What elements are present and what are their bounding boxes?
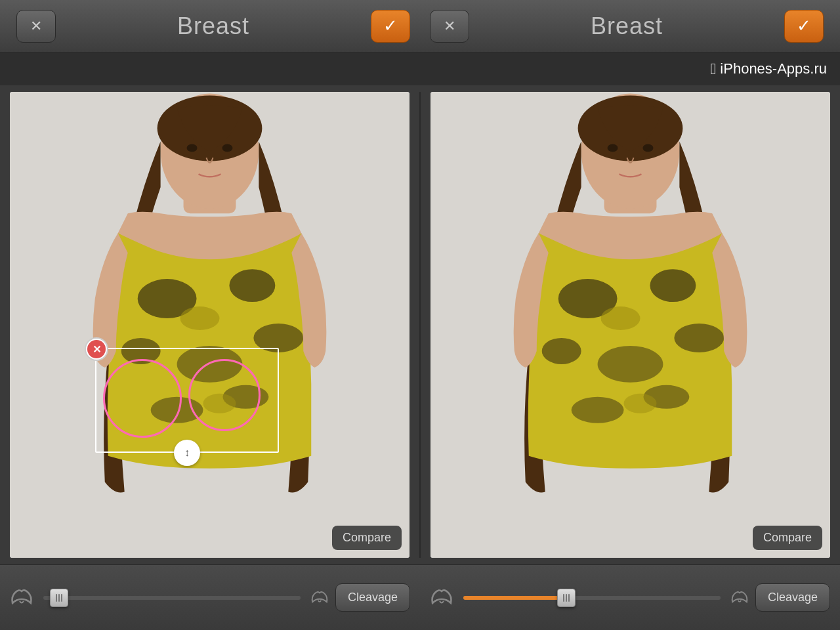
- main-content: ✕ ↕ Compare: [0, 85, 840, 564]
- confirm-button-left[interactable]: ✓: [371, 10, 410, 43]
- svg-point-20: [642, 144, 653, 152]
- slider-left[interactable]: [43, 596, 301, 600]
- photo-bg-left: ✕ ↕: [10, 92, 410, 558]
- svg-point-24: [674, 324, 724, 352]
- svg-point-22: [650, 269, 696, 302]
- svg-point-26: [572, 397, 624, 423]
- svg-point-19: [608, 144, 618, 152]
- photo-panel-left: ✕ ↕ Compare: [10, 92, 410, 558]
- page-title-right: Breast: [591, 12, 663, 40]
- watermark-label: iPhones-Apps.ru: [720, 60, 827, 77]
- resize-icon: ↕: [184, 447, 190, 459]
- slider-right[interactable]: [463, 596, 721, 600]
- watermark-bar:  iPhones-Apps.ru: [0, 52, 840, 85]
- svg-point-7: [229, 269, 275, 302]
- person-image-right: [430, 92, 830, 558]
- cleavage-label-left: Cleavage: [348, 591, 398, 604]
- slider-fill-right: [463, 596, 566, 600]
- check-icon-right: ✓: [797, 16, 811, 36]
- svg-point-5: [222, 144, 232, 152]
- cleavage-button-right[interactable]: Cleavage: [755, 583, 830, 612]
- page-title-left: Breast: [177, 12, 249, 40]
- delete-selection-button[interactable]: ✕: [85, 337, 108, 361]
- cancel-button-left[interactable]: ✕: [16, 10, 56, 43]
- selection-box[interactable]: ✕ ↕: [95, 348, 279, 453]
- thumb-lines-right: [563, 594, 570, 602]
- breast-icon-left-large: [310, 587, 329, 609]
- svg-point-28: [601, 306, 640, 330]
- cleavage-button-left[interactable]: Cleavage: [335, 583, 410, 612]
- delete-icon: ✕: [87, 340, 106, 358]
- slider-thumb-left[interactable]: [50, 589, 68, 607]
- check-icon-left: ✓: [383, 16, 398, 36]
- slider-thumb-right[interactable]: [557, 589, 576, 607]
- toolbar-right: ✕ Breast ✓: [420, 10, 833, 43]
- bottom-toolbar: Cleavage: [0, 564, 840, 630]
- close-icon-right: ✕: [444, 18, 455, 35]
- apple-logo-icon: : [711, 60, 717, 78]
- breast-icon-right: [430, 585, 453, 610]
- thumb-lines-left: [56, 594, 62, 602]
- watermark-text:  iPhones-Apps.ru: [711, 60, 827, 78]
- svg-point-4: [187, 144, 198, 152]
- photo-bg-right: [430, 92, 830, 558]
- breast-circle-right[interactable]: [188, 359, 261, 431]
- toolbar-left: ✕ Breast ✓: [7, 10, 420, 43]
- photo-panel-right: Compare: [430, 92, 830, 558]
- person-image-left: [10, 92, 410, 558]
- svg-point-25: [598, 346, 663, 383]
- breast-circle-left[interactable]: [103, 359, 182, 438]
- svg-point-23: [542, 338, 581, 364]
- breast-icon-right-large: [730, 587, 749, 609]
- breast-icon-left: [10, 585, 33, 610]
- close-icon-left: ✕: [30, 18, 42, 35]
- panel-divider: [419, 92, 421, 558]
- compare-button-right[interactable]: Compare: [753, 526, 822, 550]
- cancel-button-right[interactable]: ✕: [430, 10, 469, 43]
- svg-point-29: [624, 394, 657, 413]
- bottom-controls-right: Cleavage: [420, 583, 840, 612]
- cleavage-label-right: Cleavage: [768, 591, 818, 604]
- compare-button-left[interactable]: Compare: [332, 526, 402, 550]
- bottom-controls-left: Cleavage: [0, 583, 420, 612]
- compare-label-right: Compare: [763, 531, 812, 544]
- svg-point-13: [180, 306, 220, 330]
- top-toolbar: ✕ Breast ✓ ✕ Breast ✓: [0, 0, 840, 52]
- confirm-button-right[interactable]: ✓: [784, 10, 824, 43]
- compare-label-left: Compare: [343, 531, 391, 544]
- resize-handle[interactable]: ↕: [174, 440, 200, 466]
